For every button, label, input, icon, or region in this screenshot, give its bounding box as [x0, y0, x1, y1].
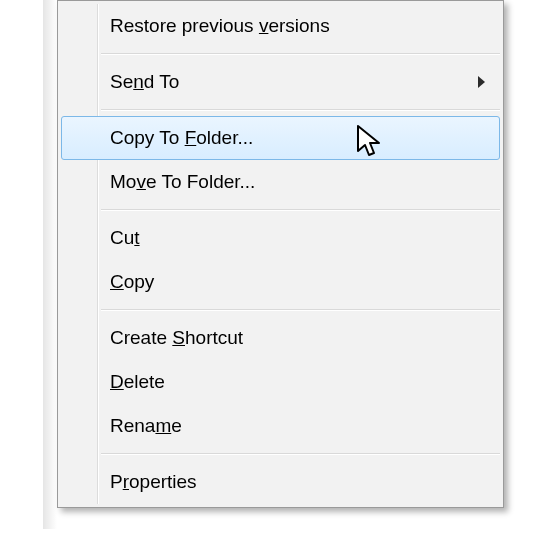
menu-item-label: Cut [110, 227, 140, 249]
menu-item-label: Delete [110, 371, 165, 393]
menu-item-label: Move To Folder... [110, 171, 255, 193]
menu-separator [101, 209, 500, 211]
menu-item-label: Rename [110, 415, 182, 437]
menu-item-send-to[interactable]: Send To [61, 60, 500, 104]
menu-item-properties[interactable]: Properties [61, 460, 500, 504]
context-menu: Restore previous versions Send To Copy T… [57, 0, 504, 508]
menu-item-cut[interactable]: Cut [61, 216, 500, 260]
menu-item-rename[interactable]: Rename [61, 404, 500, 448]
menu-separator [101, 53, 500, 55]
menu-item-label: Create Shortcut [110, 327, 243, 349]
menu-item-label: Restore previous versions [110, 15, 330, 37]
menu-item-copy[interactable]: Copy [61, 260, 500, 304]
menu-separator [101, 309, 500, 311]
menu-item-label: Copy [110, 271, 154, 293]
menu-item-create-shortcut[interactable]: Create Shortcut [61, 316, 500, 360]
menu-item-copy-to-folder[interactable]: Copy To Folder... [61, 116, 500, 160]
menu-separator [101, 453, 500, 455]
adjacent-menu-shadow [43, 0, 57, 529]
menu-item-move-to-folder[interactable]: Move To Folder... [61, 160, 500, 204]
menu-item-label: Send To [110, 71, 179, 93]
menu-item-restore-previous-versions[interactable]: Restore previous versions [61, 4, 500, 48]
menu-separator [101, 109, 500, 111]
menu-item-label: Properties [110, 471, 197, 493]
chevron-right-icon [478, 76, 485, 88]
menu-item-label: Copy To Folder... [110, 127, 253, 149]
menu-item-delete[interactable]: Delete [61, 360, 500, 404]
